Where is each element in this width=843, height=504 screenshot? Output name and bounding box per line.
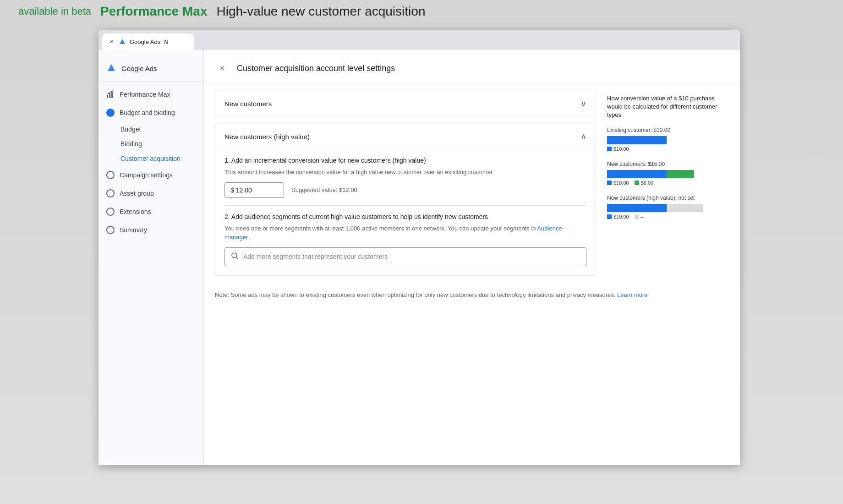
sidebar-label-extensions: Extensions <box>120 208 151 215</box>
sidebar-item-performance-max[interactable]: Performance Max <box>99 85 203 104</box>
dialog-note: Note: Some ads may be shown to existing … <box>204 283 740 307</box>
step1-description: This amount increases the conversion val… <box>224 168 586 177</box>
bar-row-high-value <box>607 204 729 212</box>
dialog-header: × Customer acquisition account level set… <box>204 61 740 83</box>
sidebar-item-customer-acquisition[interactable]: Customer acquisition <box>99 151 203 166</box>
step1-input-row: Suggested value: $12.00 <box>224 182 586 198</box>
bar-high-value-blue <box>607 204 667 212</box>
bar-row-existing <box>607 136 729 144</box>
legend-dot-hv-blue-icon <box>607 214 612 219</box>
svg-rect-3 <box>109 93 110 98</box>
perf-max-title: Performance Max <box>100 4 207 19</box>
tab-favicon-icon <box>119 38 126 45</box>
svg-point-5 <box>232 253 237 258</box>
svg-line-6 <box>236 257 238 259</box>
bar-new-green <box>667 170 694 178</box>
legend-dot-blue-icon <box>607 147 612 151</box>
step2-desc-suffix: . <box>250 234 252 241</box>
learn-more-link[interactable]: Learn more <box>617 291 647 298</box>
sidebar-label-bidding: Bidding <box>120 140 142 148</box>
legend-high-value-blue: $10.00 <box>607 214 629 219</box>
legend-new-blue: $10.00 <box>607 180 629 186</box>
new-customers-label: New customers <box>224 100 272 108</box>
browser-window: × Google Ads N Google Ads <box>99 30 740 465</box>
suggested-value-label: Suggested value: $12.00 <box>291 186 357 193</box>
legend-existing-blue: $10.00 <box>607 146 629 152</box>
sidebar-item-asset-group[interactable]: Asset group <box>99 184 203 203</box>
sidebar-label-customer-acquisition: Customer acquisition <box>120 155 181 162</box>
sidebar-header: Google Ads <box>99 57 203 82</box>
legend-new-green-value: $6.00 <box>641 180 654 186</box>
legend-high-value-gray-value: – <box>641 214 644 219</box>
step1-label: 1. Add an incremental conversion value f… <box>224 157 586 164</box>
segment-search-field[interactable]: Add more segments that represent your cu… <box>224 247 586 266</box>
main-content-area: × Customer acquisition account level set… <box>204 50 740 465</box>
sidebar-item-budget[interactable]: Budget <box>99 122 203 137</box>
sidebar-item-campaign-settings[interactable]: Campaign settings <box>99 166 203 184</box>
segment-search-placeholder: Add more segments that represent your cu… <box>243 253 388 260</box>
browser-tab[interactable]: × Google Ads N <box>102 33 194 50</box>
search-icon <box>230 252 239 262</box>
chart-label-high-value: New customers (high value): not set <box>607 195 729 201</box>
legend-new: $10.00 $6.00 <box>607 180 729 186</box>
google-ads-logo-icon <box>106 63 117 74</box>
section-divider <box>224 205 586 206</box>
dialog: × Customer acquisition account level set… <box>204 50 740 318</box>
budget-bidding-circle-icon <box>106 108 115 117</box>
sidebar-item-extensions[interactable]: Extensions <box>99 203 203 221</box>
sidebar-item-summary[interactable]: Summary <box>99 221 203 239</box>
dialog-title: Customer acquisition account level setti… <box>237 64 395 73</box>
new-customers-high-value-accordion-header[interactable]: New customers (high value) ∧ <box>215 124 596 149</box>
step2-label: 2. Add audience segments of current high… <box>224 213 586 220</box>
new-customers-chevron-down-icon: ∨ <box>580 99 586 109</box>
step2-desc-text: You need one or more segments with at le… <box>224 225 537 232</box>
chart-group-new: New customers: $16.00 $10.00 <box>607 161 729 186</box>
summary-circle-icon <box>106 225 115 235</box>
sidebar: Google Ads Performance Max <box>99 50 204 465</box>
tab-label-n: N <box>164 38 168 45</box>
legend-dot-new-green-icon <box>635 181 639 185</box>
sidebar-item-budget-bidding[interactable]: Budget and bidding <box>99 104 203 122</box>
campaign-settings-circle-icon <box>106 170 115 180</box>
svg-marker-1 <box>108 64 115 71</box>
legend-high-value-gray: – <box>635 214 644 219</box>
new-customers-high-value-label: New customers (high value) <box>224 133 310 141</box>
bar-existing-blue <box>607 136 667 144</box>
sidebar-label-budget: Budget <box>120 126 141 133</box>
chart-group-high-value: New customers (high value): not set $10.… <box>607 195 729 219</box>
chart-title: How conversion value of a $10 purchase w… <box>607 94 729 120</box>
page-subtitle: High-value new customer acquisition <box>216 4 425 19</box>
new-customers-high-value-chevron-up-icon: ∧ <box>580 131 586 142</box>
legend-new-blue-value: $10.00 <box>613 180 629 186</box>
google-ads-label: Google Ads <box>121 65 157 72</box>
conversion-chart-panel: How conversion value of a $10 purchase w… <box>607 83 740 283</box>
tab-label: Google Ads <box>130 38 160 45</box>
legend-existing: $10.00 <box>607 146 729 152</box>
conversion-value-input[interactable] <box>224 182 284 198</box>
sidebar-label-budget-bidding: Budget and bidding <box>120 109 175 116</box>
browser-tabs: × Google Ads N <box>99 30 740 50</box>
asset-group-circle-icon <box>106 189 115 198</box>
svg-rect-4 <box>111 92 113 98</box>
browser-content: Google Ads Performance Max <box>99 50 740 465</box>
new-customers-accordion-header[interactable]: New customers ∨ <box>215 91 596 116</box>
chart-group-existing: Existing customer: $10.00 $10.00 <box>607 127 729 152</box>
svg-rect-2 <box>107 95 108 98</box>
svg-marker-0 <box>120 39 125 44</box>
bar-row-new <box>607 170 729 178</box>
dialog-body: New customers ∨ New customers (high valu… <box>204 83 740 283</box>
legend-existing-value: $10.00 <box>613 146 629 152</box>
performance-max-icon <box>106 90 115 99</box>
legend-high-value: $10.00 – <box>607 214 729 219</box>
legend-new-green: $6.00 <box>635 180 654 186</box>
top-header: available in beta Performance Max High-v… <box>0 0 843 23</box>
sidebar-label-summary: Summary <box>120 226 147 234</box>
sidebar-label-performance-max: Performance Max <box>120 91 170 98</box>
new-customers-high-value-accordion: New customers (high value) ∧ 1. Add an i… <box>215 124 596 276</box>
tab-close-button[interactable]: × <box>108 38 115 45</box>
legend-high-value-blue-value: $10.00 <box>613 214 629 219</box>
sidebar-item-bidding[interactable]: Bidding <box>99 137 203 151</box>
dialog-close-button[interactable]: × <box>215 61 230 76</box>
step2-description: You need one or more segments with at le… <box>224 224 586 242</box>
beta-tag: available in beta <box>18 5 91 17</box>
